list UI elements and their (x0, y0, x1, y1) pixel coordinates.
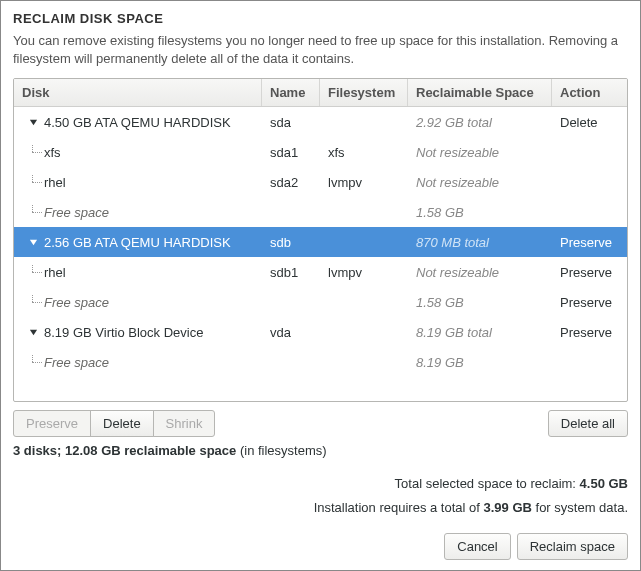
table-row[interactable]: Free space8.19 GB (14, 347, 627, 377)
row-name: sda (262, 115, 320, 130)
table-body: 4.50 GB ATA QEMU HARDDISKsda2.92 GB tota… (14, 107, 627, 400)
reclaim-space-button[interactable]: Reclaim space (517, 533, 628, 560)
row-disk-label: Free space (44, 205, 109, 220)
row-action: Preserve (552, 325, 627, 340)
summary-bold: 3 disks; 12.08 GB reclaimable space (13, 443, 236, 458)
row-reclaimable: 1.58 GB (408, 295, 552, 310)
cancel-button[interactable]: Cancel (444, 533, 510, 560)
row-filesystem: lvmpv (320, 175, 408, 190)
chevron-down-icon[interactable] (26, 325, 40, 339)
row-reclaimable: Not resizeable (408, 145, 552, 160)
delete-all-button[interactable]: Delete all (548, 410, 628, 437)
row-disk-label: xfs (44, 145, 61, 160)
svg-marker-0 (29, 120, 36, 125)
row-disk-label: rhel (44, 175, 66, 190)
row-filesystem: lvmpv (320, 265, 408, 280)
table-row[interactable]: Free space1.58 GBPreserve (14, 287, 627, 317)
row-reclaimable: Not resizeable (408, 175, 552, 190)
row-name: sdb (262, 235, 320, 250)
table-header: Disk Name Filesystem Reclaimable Space A… (14, 79, 627, 107)
svg-marker-1 (29, 240, 36, 245)
row-disk-label: Free space (44, 295, 109, 310)
row-reclaimable: Not resizeable (408, 265, 552, 280)
svg-marker-2 (29, 330, 36, 335)
col-reclaimable[interactable]: Reclaimable Space (408, 79, 552, 106)
table-row[interactable]: 4.50 GB ATA QEMU HARDDISKsda2.92 GB tota… (14, 107, 627, 137)
row-disk-label: rhel (44, 265, 66, 280)
col-filesystem[interactable]: Filesystem (320, 79, 408, 106)
required-space-line: Installation requires a total of 3.99 GB… (13, 496, 628, 521)
table-row[interactable]: Free space1.58 GB (14, 197, 627, 227)
row-reclaimable: 1.58 GB (408, 205, 552, 220)
row-name: vda (262, 325, 320, 340)
col-action[interactable]: Action (552, 79, 627, 106)
col-disk[interactable]: Disk (14, 79, 262, 106)
row-reclaimable: 870 MB total (408, 235, 552, 250)
row-reclaimable: 8.19 GB total (408, 325, 552, 340)
dialog-footer: Cancel Reclaim space (13, 533, 628, 560)
table-row[interactable]: 8.19 GB Virtio Block Devicevda8.19 GB to… (14, 317, 627, 347)
row-name: sda1 (262, 145, 320, 160)
table-row[interactable]: xfssda1xfsNot resizeable (14, 137, 627, 167)
shrink-button[interactable]: Shrink (153, 410, 216, 437)
row-disk-label: Free space (44, 355, 109, 370)
row-filesystem: xfs (320, 145, 408, 160)
preserve-button[interactable]: Preserve (13, 410, 91, 437)
row-action: Preserve (552, 235, 627, 250)
selected-space-line: Total selected space to reclaim: 4.50 GB (13, 472, 628, 497)
row-disk-label: 4.50 GB ATA QEMU HARDDISK (44, 115, 231, 130)
row-action: Preserve (552, 265, 627, 280)
chevron-down-icon[interactable] (26, 235, 40, 249)
row-name: sda2 (262, 175, 320, 190)
row-action: Delete (552, 115, 627, 130)
action-button-group: Preserve Delete Shrink (13, 410, 215, 437)
table-row[interactable]: 2.56 GB ATA QEMU HARDDISKsdb870 MB total… (14, 227, 627, 257)
row-reclaimable: 8.19 GB (408, 355, 552, 370)
dialog-title: RECLAIM DISK SPACE (13, 11, 628, 26)
row-action: Preserve (552, 295, 627, 310)
row-name: sdb1 (262, 265, 320, 280)
row-disk-label: 2.56 GB ATA QEMU HARDDISK (44, 235, 231, 250)
chevron-down-icon[interactable] (26, 115, 40, 129)
col-name[interactable]: Name (262, 79, 320, 106)
row-reclaimable: 2.92 GB total (408, 115, 552, 130)
summary-rest: (in filesystems) (236, 443, 326, 458)
summary-line: 3 disks; 12.08 GB reclaimable space (in … (13, 443, 628, 458)
dialog-description: You can remove existing filesystems you … (13, 32, 628, 68)
table-row[interactable]: rhelsdb1lvmpvNot resizeablePreserve (14, 257, 627, 287)
delete-button[interactable]: Delete (90, 410, 154, 437)
table-row[interactable]: rhelsda2lvmpvNot resizeable (14, 167, 627, 197)
row-disk-label: 8.19 GB Virtio Block Device (44, 325, 203, 340)
disk-table: Disk Name Filesystem Reclaimable Space A… (13, 78, 628, 401)
